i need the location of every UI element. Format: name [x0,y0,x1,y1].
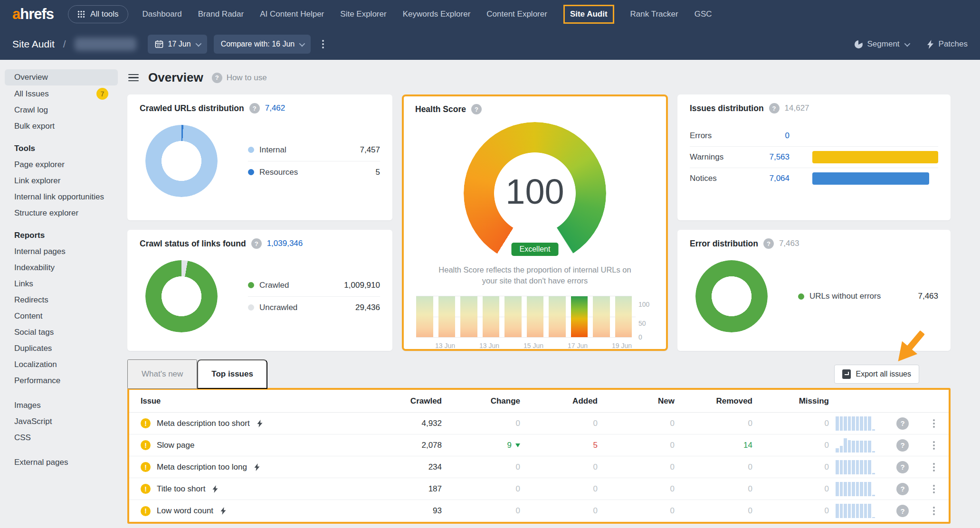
issues-row-label: Errors [690,131,746,141]
export-all-issues-button[interactable]: Export all issues [834,365,920,384]
tab-top-issues[interactable]: Top issues [197,359,267,389]
question-icon[interactable]: ? [896,483,909,495]
row-more-menu[interactable] [930,438,938,453]
sidebar-item-page-explorer[interactable]: Page explorer [5,157,118,173]
histogram-bar [860,482,863,496]
column-header-change: Change [442,396,520,406]
row-more-menu[interactable] [930,416,938,431]
project-name-redacted[interactable] [75,38,136,51]
tab-what-s-new[interactable]: What's new [127,359,197,389]
issues-count-badge: 7 [96,88,108,100]
sidebar-item-links[interactable]: Links [5,276,118,292]
patches-link[interactable]: Patches [927,39,968,49]
legend-row-crawled: Crawled1,009,910 [248,274,380,296]
issue-row-meta-description-too-short[interactable]: !Meta description too short4,93200000? [129,413,949,434]
issue-row-title-too-short[interactable]: !Title too short18700000? [129,478,949,500]
help-icon[interactable]: ? [249,103,260,113]
sidebar-item-link-explorer[interactable]: Link explorer [5,173,118,189]
trend-down-icon [515,443,520,447]
history-x-label [416,342,430,349]
calendar-icon [155,40,163,48]
row-more-menu[interactable] [930,504,938,518]
issue-row-meta-description-too-long[interactable]: !Meta description too long23400000? [129,456,949,478]
history-bar [504,296,522,337]
nav-item-site-explorer[interactable]: Site Explorer [340,9,386,19]
history-chart-y-axis: 100 50 0 [632,296,654,349]
nav-item-keywords-explorer[interactable]: Keywords Explorer [403,9,471,19]
question-icon[interactable]: ? [896,461,909,473]
nav-item-content-explorer[interactable]: Content Explorer [486,9,547,19]
histogram-bar [852,416,855,431]
issues-row-count-link[interactable]: 7,563 [746,152,790,162]
histogram-bar [852,441,855,453]
sidebar-item-label: Internal link opportunities [14,191,104,203]
nav-item-ai-content-helper[interactable]: AI Content Helper [260,9,324,19]
sidebar-item-css[interactable]: CSS [5,430,118,446]
row-more-menu[interactable] [930,460,938,474]
how-to-use-link[interactable]: ? How to use [212,73,267,83]
help-icon[interactable]: ? [251,238,262,249]
sidebar-item-label: Internal pages [14,246,66,257]
help-icon[interactable]: ? [471,104,482,114]
issues-row-count-link[interactable]: 7,064 [746,174,790,183]
question-icon[interactable]: ? [896,417,909,430]
sidebar-item-redirects[interactable]: Redirects [5,292,118,308]
breadcrumb-root[interactable]: Site Audit [12,38,55,50]
toolbar-more-menu[interactable] [317,36,329,52]
crawled-value: 4,932 [363,419,442,428]
issues-row-bar [812,130,938,142]
segment-dropdown[interactable]: Segment [855,39,909,49]
hamburger-menu-icon[interactable] [127,73,140,83]
sidebar-item-overview[interactable]: Overview [5,69,118,85]
sidebar-item-all-issues[interactable]: All Issues7 [5,85,118,102]
issue-name[interactable]: Title too short [157,484,205,494]
error-distribution-donut-chart [695,260,768,332]
sidebar-item-external-pages[interactable]: External pages [5,454,118,471]
issue-row-slow-page[interactable]: !Slow page2,078950140? [129,434,949,456]
issue-name[interactable]: Low word count [157,506,213,516]
logo-rest: hrefs [20,6,54,22]
nav-item-site-audit[interactable]: Site Audit [563,5,614,24]
date-picker-button[interactable]: 17 Jun [148,35,207,54]
sidebar-item-structure-explorer[interactable]: Structure explorer [5,205,118,221]
sidebar-item-label: Localization [14,359,57,370]
sidebar-item-content[interactable]: Content [5,308,118,324]
question-icon[interactable]: ? [896,505,909,517]
sidebar-item-images[interactable]: Images [5,397,118,414]
sidebar-item-bulk-export[interactable]: Bulk export [5,118,118,134]
crawl-status-total-link[interactable]: 1,039,346 [267,239,303,248]
sidebar-item-internal-link-opportunities[interactable]: Internal link opportunities [5,189,118,205]
crawled-urls-total-link[interactable]: 7,462 [265,104,285,113]
sidebar-item-social-tags[interactable]: Social tags [5,324,118,340]
sidebar-item-duplicates[interactable]: Duplicates [5,340,118,357]
nav-item-gsc[interactable]: GSC [695,9,712,19]
nav-item-rank-tracker[interactable]: Rank Tracker [630,9,678,19]
issue-name[interactable]: Meta description too long [157,462,247,472]
removed-value: 0 [675,484,752,494]
histogram-bar [872,473,875,474]
help-icon[interactable]: ? [769,103,780,113]
issue-name[interactable]: Meta description too short [157,419,250,428]
issue-row-low-word-count[interactable]: !Low word count9300000? [129,500,949,522]
histogram-bar [848,504,851,518]
ahrefs-logo[interactable]: ahrefs [12,6,54,23]
compare-with-button[interactable]: Compare with: 16 Jun [214,35,311,54]
sidebar-item-internal-pages[interactable]: Internal pages [5,244,118,260]
help-icon[interactable]: ? [763,238,774,249]
sidebar-item-crawl-log[interactable]: Crawl log [5,102,118,118]
row-more-menu[interactable] [930,482,938,496]
sidebar-item-label: Structure explorer [14,207,78,219]
sidebar-item-localization[interactable]: Localization [5,357,118,373]
added-value: 0 [520,462,598,472]
nav-item-brand-radar[interactable]: Brand Radar [198,9,244,19]
top-issues-table: IssueCrawledChangeAddedNewRemovedMissing… [127,388,951,524]
issue-name[interactable]: Slow page [157,441,194,450]
sidebar-item-indexability[interactable]: Indexability [5,260,118,276]
nav-item-dashboard[interactable]: Dashboard [143,9,182,19]
issues-row-count-link[interactable]: 0 [746,131,790,141]
histogram-bar [844,438,847,453]
question-icon[interactable]: ? [896,439,909,452]
sidebar-item-performance[interactable]: Performance [5,373,118,389]
sidebar-item-javascript[interactable]: JavaScript [5,414,118,430]
all-tools-button[interactable]: All tools [68,5,128,23]
